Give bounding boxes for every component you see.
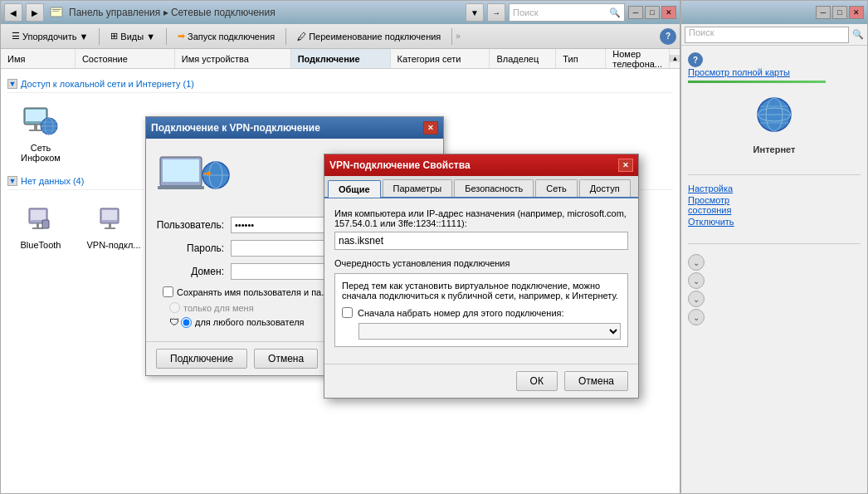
vpn-props-dialog: VPN-подключение Свойства ✕ Общие Парамет… (324, 154, 639, 399)
section-local-header: ▼ Доступ к локальной сети и Интернету (1… (7, 76, 673, 93)
queue-title: Очередность установления подключения (334, 258, 628, 268)
column-headers: Имя Состояние Имя устройства Подключение… (1, 49, 680, 69)
second-map-section: ? Просмотр полной карты Интернет (688, 52, 861, 159)
breadcrumb-icon (47, 3, 66, 22)
col-phone[interactable]: Номер телефона... (606, 49, 670, 68)
col-name[interactable]: Имя (1, 49, 76, 68)
section-collapse-button[interactable]: ▼ (7, 79, 17, 89)
svg-rect-4 (26, 110, 46, 121)
search-icon[interactable]: 🔍 (609, 7, 621, 18)
second-close-button[interactable]: ✕ (849, 6, 864, 19)
radio-all-users[interactable] (181, 317, 192, 328)
second-address-bar: Поиск 🔍 (681, 24, 867, 46)
toolbar-more: » (456, 32, 461, 41)
vpn-connect-illustration (156, 149, 231, 207)
second-minimize-button[interactable]: ─ (816, 6, 831, 19)
col-device[interactable]: Имя устройства (175, 49, 291, 68)
back-button[interactable]: ◀ (4, 3, 22, 22)
col-category[interactable]: Категория сети (391, 49, 490, 68)
launch-connection-button[interactable]: ➡ Запуск подключения (170, 27, 282, 46)
svg-rect-6 (29, 130, 42, 131)
svg-rect-29 (158, 186, 204, 189)
host-input[interactable] (334, 232, 628, 250)
refresh-button[interactable]: → (487, 3, 505, 22)
expand-button-2[interactable]: ⌄ (688, 272, 705, 289)
address-dropdown-button[interactable]: ▼ (466, 3, 484, 22)
svg-rect-0 (51, 7, 62, 17)
tab-network[interactable]: Сеть (535, 179, 577, 197)
organize-icon: ☰ (12, 31, 20, 42)
dial-dropdown[interactable] (358, 323, 621, 340)
view-full-map-link[interactable]: Просмотр полной карты (688, 67, 861, 77)
col-owner[interactable]: Владелец (490, 49, 556, 68)
dial-checkbox[interactable] (342, 307, 353, 318)
svg-rect-28 (163, 159, 199, 182)
net-icon-bluetooth (21, 198, 61, 238)
rename-connection-button[interactable]: 🖊 Переименование подключения (290, 27, 448, 46)
vpn-connect-close-button[interactable]: ✕ (423, 121, 438, 135)
pass-label: Пароль: (156, 242, 231, 254)
tab-params[interactable]: Параметры (383, 179, 453, 197)
expand-button-3[interactable]: ⌄ (688, 291, 705, 307)
svg-rect-19 (109, 223, 111, 227)
address-breadcrumb: Панель управления ▸ Сетевые подключения (69, 7, 462, 18)
tab-general[interactable]: Общие (328, 180, 381, 198)
second-content: ? Просмотр полной карты Интернет (681, 46, 867, 493)
expand-button-1[interactable]: ⌄ (688, 254, 705, 271)
net-item-bluetooth[interactable]: BlueTooth (7, 195, 74, 253)
shield-icon: 🛡 (169, 316, 179, 328)
net-icon-infokom (21, 101, 61, 141)
second-maximize-button[interactable]: □ (832, 6, 847, 19)
svg-rect-13 (31, 210, 46, 220)
save-checkbox[interactable] (163, 286, 173, 297)
queue-desc: Перед тем как установить виртуальное под… (342, 281, 621, 301)
second-window: ─ □ ✕ Поиск 🔍 ? Просмотр полной карты (680, 0, 868, 494)
user-label: Пользователь: (156, 219, 231, 231)
second-title-bar: ─ □ ✕ (681, 1, 867, 24)
internet-globe-icon (749, 90, 799, 139)
col-connection[interactable]: Подключение (291, 49, 391, 68)
expand-button-4[interactable]: ⌄ (688, 309, 705, 325)
vpn-connect-title: Подключение к VPN-подключение (151, 122, 320, 134)
view-status-link[interactable]: Просмотр состояния (688, 195, 861, 215)
connect-button[interactable]: Подключение (156, 349, 247, 369)
rename-icon: 🖊 (297, 32, 306, 42)
props-cancel-button[interactable]: Отмена (564, 371, 628, 391)
col-type[interactable]: Тип (556, 49, 606, 68)
net-item-infokom[interactable]: СетьИнфоком (7, 98, 74, 166)
col-state[interactable]: Состояние (76, 49, 175, 68)
net-label-bluetooth: BlueTooth (21, 240, 61, 250)
radio-only-me[interactable] (169, 302, 180, 313)
second-search-icon[interactable]: 🔍 (852, 29, 864, 40)
second-window-controls: ─ □ ✕ (816, 6, 864, 19)
radio-only-me-label: только для меня (183, 303, 254, 313)
search-field[interactable]: Поиск 🔍 (509, 3, 625, 22)
toolbar-help[interactable]: ? (660, 28, 676, 45)
help-icon[interactable]: ? (660, 28, 676, 45)
expand-items-section: ⌄ ⌄ ⌄ ⌄ (688, 252, 861, 327)
svg-rect-5 (34, 125, 37, 130)
scroll-right-button[interactable]: ▲ (670, 55, 680, 62)
vpn-props-title-bar: VPN-подключение Свойства ✕ (324, 154, 638, 176)
organize-button[interactable]: ☰ Упорядочить ▼ (4, 27, 95, 46)
close-button[interactable]: ✕ (661, 6, 676, 19)
connect-cancel-button[interactable]: Отмена (254, 349, 318, 369)
svg-rect-2 (52, 11, 59, 12)
settings-link[interactable]: Настройка (688, 183, 861, 193)
minimize-button[interactable]: ─ (628, 6, 643, 19)
maximize-button[interactable]: □ (645, 6, 660, 19)
vpn-props-close-button[interactable]: ✕ (618, 159, 633, 172)
views-button[interactable]: ⊞ Виды ▼ (103, 27, 163, 46)
tab-security[interactable]: Безопасность (454, 179, 534, 197)
disconnect-link[interactable]: Отключить (688, 217, 861, 227)
toolbar-separator-4 (451, 28, 452, 45)
second-help-button[interactable]: ? (688, 52, 703, 67)
net-icon-vpn (94, 198, 134, 238)
tab-access[interactable]: Доступ (579, 179, 631, 197)
net-item-vpn[interactable]: VPN-подкл... (80, 195, 147, 253)
toolbar-separator-3 (285, 28, 286, 45)
forward-button[interactable]: ▶ (26, 3, 44, 22)
props-ok-button[interactable]: ОК (516, 371, 558, 391)
second-search-input[interactable]: Поиск (685, 27, 849, 43)
section-nodata-collapse[interactable]: ▼ (7, 176, 17, 186)
